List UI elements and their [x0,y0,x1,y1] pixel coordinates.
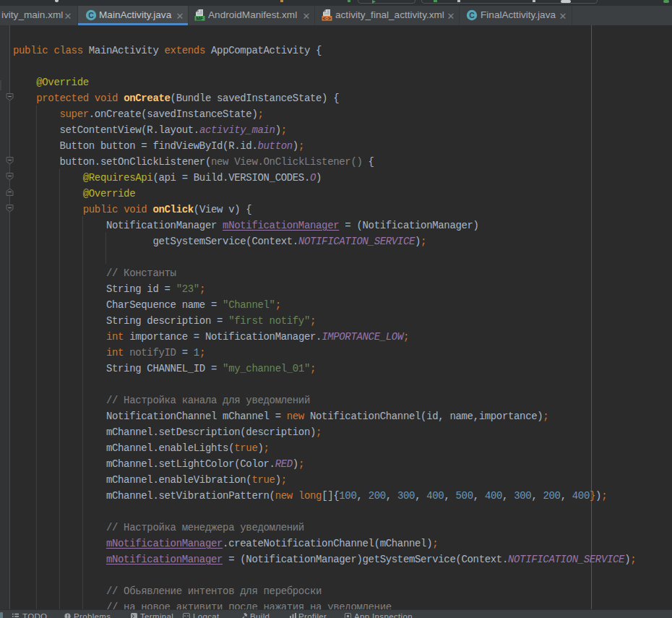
svg-text:C: C [469,11,475,20]
svg-text:MF: MF [196,16,204,21]
svg-text:C: C [88,11,94,20]
svg-text:<·>: <·> [323,15,332,21]
